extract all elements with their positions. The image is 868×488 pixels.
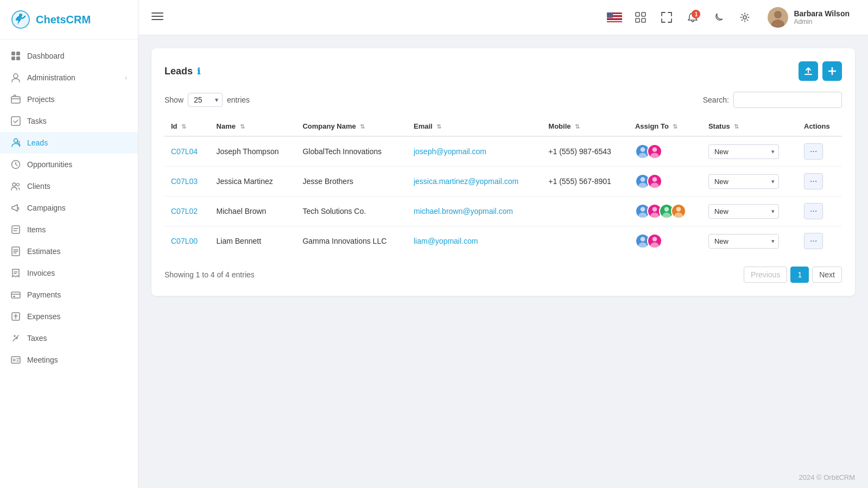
row-action-button[interactable]: ··· (804, 143, 823, 160)
svg-point-56 (638, 213, 647, 218)
row-action-button[interactable]: ··· (804, 203, 823, 219)
col-mobile[interactable]: Mobile ⇅ (542, 117, 629, 136)
email-link[interactable]: michael.brown@yopmail.com (414, 207, 513, 216)
chevron-right-icon: › (125, 74, 127, 81)
svg-point-32 (612, 13, 613, 14)
upload-button[interactable] (799, 61, 818, 81)
previous-button[interactable]: Previous (744, 267, 787, 283)
sidebar-nav: Dashboard Administration › Projects Task… (0, 40, 138, 488)
page-1-button[interactable]: 1 (790, 267, 809, 283)
theme-toggle-button[interactable] (710, 9, 727, 26)
svg-point-64 (638, 243, 647, 248)
lead-id-link[interactable]: C07L00 (171, 237, 198, 245)
language-selector[interactable] (606, 9, 623, 26)
status-select[interactable]: NewContactedQualifiedLostConverted (708, 204, 779, 219)
hamburger-button[interactable] (151, 11, 163, 24)
svg-point-6 (14, 74, 18, 78)
add-lead-button[interactable] (822, 61, 842, 81)
sidebar-item-administration[interactable]: Administration › (0, 67, 138, 88)
sidebar-item-leads[interactable]: Leads (0, 132, 138, 154)
table-row: C07L02Michael BrownTech Solutions Co.mic… (164, 197, 842, 226)
header: 1 Barbara Wilson (138, 0, 868, 35)
apps-button[interactable] (632, 9, 649, 26)
show-entries-wrapper: 25 10 50 100 (188, 93, 223, 107)
svg-rect-40 (642, 12, 645, 16)
next-button[interactable]: Next (812, 267, 842, 283)
sidebar-item-meetings[interactable]: Meetings (0, 349, 138, 371)
sidebar-item-invoices[interactable]: Invoices (0, 262, 138, 284)
sidebar-label-invoices: Invoices (27, 269, 55, 277)
notifications-button[interactable]: 1 (684, 9, 701, 26)
sidebar-item-payments[interactable]: Payments (0, 284, 138, 306)
status-select[interactable]: NewContactedQualifiedLostConverted (708, 144, 779, 159)
lead-id-link[interactable]: C07L03 (171, 177, 198, 186)
svg-point-38 (612, 16, 613, 17)
col-name[interactable]: Name ⇅ (210, 117, 296, 136)
tasks-icon (11, 116, 21, 126)
sidebar-item-items[interactable]: Items (0, 219, 138, 240)
sidebar-item-dashboard[interactable]: Dashboard (0, 45, 138, 67)
sidebar-label-estimates: Estimates (27, 247, 60, 256)
svg-point-61 (676, 207, 681, 212)
svg-point-33 (608, 15, 609, 16)
email-link[interactable]: jessica.martinez@yopmail.com (414, 177, 518, 186)
col-company[interactable]: Company Name ⇅ (296, 117, 407, 136)
header-left (151, 11, 163, 24)
sidebar-label-projects: Projects (27, 95, 55, 104)
svg-point-53 (652, 177, 657, 182)
col-email[interactable]: Email ⇅ (407, 117, 542, 136)
sidebar-item-tasks[interactable]: Tasks (0, 110, 138, 132)
svg-point-37 (610, 16, 611, 17)
lead-id-link[interactable]: C07L04 (171, 147, 198, 156)
show-entries-select[interactable]: 25 10 50 100 (188, 93, 223, 107)
svg-point-49 (652, 147, 657, 152)
fullscreen-button[interactable] (658, 9, 675, 26)
col-status[interactable]: Status ⇅ (702, 117, 797, 136)
row-action-button[interactable]: ··· (804, 173, 823, 189)
search-label: Search: (703, 96, 729, 104)
logo-icon (11, 10, 30, 29)
assign-avatars (635, 233, 695, 249)
row-action-button[interactable]: ··· (804, 233, 823, 249)
sidebar-item-estimates[interactable]: Estimates (0, 240, 138, 262)
sidebar: ChetsCRM Dashboard Administration › Proj… (0, 0, 138, 488)
col-actions: Actions (797, 117, 842, 136)
svg-rect-17 (13, 296, 15, 297)
sidebar-label-dashboard: Dashboard (27, 52, 65, 60)
user-menu[interactable]: Barbara Wilson Admin (762, 4, 855, 31)
email-link[interactable]: joseph@yopmail.com (414, 147, 486, 156)
entries-label: entries (227, 96, 250, 104)
footer-text: 2024 © OrbitCRM (799, 473, 856, 481)
svg-point-20 (13, 359, 15, 361)
col-assign[interactable]: Assign To ⇅ (629, 117, 702, 136)
sidebar-item-taxes[interactable]: Taxes (0, 327, 138, 349)
assign-avatars (635, 174, 695, 189)
svg-point-47 (641, 147, 645, 152)
sidebar-label-tasks: Tasks (27, 117, 47, 125)
svg-rect-14 (12, 226, 20, 233)
sort-mobile-icon: ⇅ (575, 123, 580, 130)
sidebar-item-projects[interactable]: Projects (0, 88, 138, 110)
sort-id-icon: ⇅ (181, 123, 186, 130)
settings-button[interactable] (736, 9, 753, 26)
search-input[interactable] (733, 92, 842, 108)
svg-point-35 (612, 15, 613, 16)
sidebar-label-administration: Administration (27, 73, 75, 82)
col-id[interactable]: Id ⇅ (164, 117, 210, 136)
sidebar-item-expenses[interactable]: Expenses (0, 306, 138, 327)
svg-point-10 (17, 141, 20, 143)
sidebar-item-clients[interactable]: Clients (0, 175, 138, 197)
email-link[interactable]: liam@yopmail.com (414, 237, 478, 245)
status-select[interactable]: NewContactedQualifiedLostConverted (708, 174, 779, 189)
sidebar-item-opportunities[interactable]: Opportunities (0, 154, 138, 175)
assignee-avatar (647, 233, 662, 249)
svg-rect-7 (11, 97, 20, 103)
footer: 2024 © OrbitCRM (138, 467, 868, 488)
status-select[interactable]: NewContactedQualifiedLostConverted (708, 234, 779, 249)
lead-id-link[interactable]: C07L02 (171, 207, 198, 216)
svg-rect-41 (636, 18, 639, 22)
info-icon[interactable]: ℹ (197, 66, 200, 77)
showing-text: Showing 1 to 4 of 4 entries (164, 270, 255, 279)
svg-rect-42 (642, 18, 645, 22)
sidebar-item-campaigns[interactable]: Campaigns (0, 197, 138, 219)
